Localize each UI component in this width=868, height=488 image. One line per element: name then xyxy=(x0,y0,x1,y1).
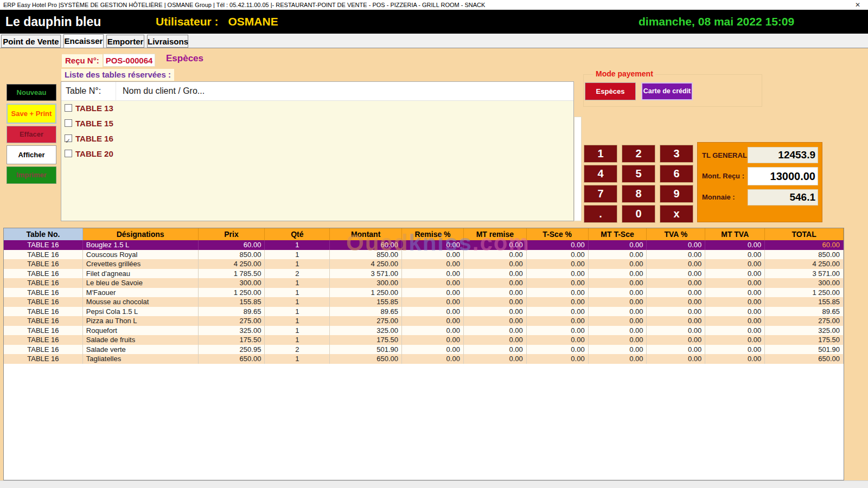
order-row[interactable]: TABLE 16M'Faouer1 250.0011 250.000.000.0… xyxy=(4,288,844,298)
cell: Le bleu de Savoie xyxy=(83,278,199,288)
column-header[interactable]: Table No. xyxy=(4,228,83,240)
close-icon[interactable]: ✕ xyxy=(855,0,860,10)
reserved-table-item[interactable]: TABLE 16 xyxy=(61,131,573,146)
cell: 89.65 xyxy=(330,307,402,317)
especes-button[interactable]: Espèces xyxy=(585,82,636,100)
cell: Pizza au Thon L xyxy=(83,316,199,326)
column-header[interactable]: Qté xyxy=(265,228,330,240)
reserved-tables-list: Table N°: Nom du client / Gro... TABLE 1… xyxy=(61,81,574,221)
amount-received-input[interactable] xyxy=(748,168,815,185)
tab-encaisser[interactable]: Encaisser xyxy=(63,34,104,48)
column-header[interactable]: TVA % xyxy=(647,228,705,240)
order-row[interactable]: TABLE 16Pizza au Thon L275.001275.000.00… xyxy=(4,316,844,326)
numpad-key-0[interactable]: 0 xyxy=(622,205,655,223)
cell: 0.00 xyxy=(527,250,589,260)
numpad-key-1[interactable]: 1 xyxy=(584,145,617,163)
cell: 1 xyxy=(265,297,330,307)
column-header[interactable]: Montant xyxy=(330,228,402,240)
cell: 0.00 xyxy=(402,354,464,364)
cell: 275.00 xyxy=(330,316,402,326)
cell: Salade verte xyxy=(83,345,199,355)
order-row[interactable]: TABLE 16Salade verte250.952501.900.000.0… xyxy=(4,345,844,355)
numpad-key-8[interactable]: 8 xyxy=(622,185,655,203)
cell: 0.00 xyxy=(527,307,589,317)
cell: 0.00 xyxy=(705,288,765,298)
order-row[interactable]: TABLE 16Pepsi Cola 1.5 L89.65189.650.000… xyxy=(4,307,844,317)
cell: 0.00 xyxy=(589,269,647,279)
cell: 0.00 xyxy=(527,278,589,288)
cell: 0.00 xyxy=(647,259,705,269)
order-row[interactable]: TABLE 16Roquefort325.001325.000.000.000.… xyxy=(4,326,844,336)
numpad-key-9[interactable]: 9 xyxy=(660,185,693,203)
reserved-table-item[interactable]: TABLE 20 xyxy=(61,146,573,162)
cell: 0.00 xyxy=(402,307,464,317)
column-header[interactable]: Prix xyxy=(199,228,265,240)
column-header[interactable]: TOTAL xyxy=(765,228,844,240)
column-header[interactable]: MT T-Sce xyxy=(589,228,647,240)
cell: 155.85 xyxy=(199,297,265,307)
cell: 4 250.00 xyxy=(330,259,402,269)
numpad-key-x[interactable]: x xyxy=(660,205,693,223)
cell: Mousse au chocolat xyxy=(83,297,199,307)
order-row[interactable]: TABLE 16Bouglez 1.5 L60.00160.000.000.00… xyxy=(4,240,844,250)
table-checkbox[interactable] xyxy=(65,119,72,127)
table-checkbox[interactable] xyxy=(65,104,72,112)
carte-credit-button[interactable]: Carte de crédit xyxy=(641,82,693,100)
cell: 850.00 xyxy=(330,250,402,260)
tab-livraisons[interactable]: Livraisons xyxy=(147,35,188,48)
column-header[interactable]: T-Sce % xyxy=(527,228,589,240)
cell: 300.00 xyxy=(765,278,844,288)
cell: 0.00 xyxy=(647,326,705,336)
effacer-button[interactable]: Effacer xyxy=(7,126,56,143)
order-row[interactable]: TABLE 16Crevettes grillées4 250.0014 250… xyxy=(4,259,844,269)
cell: 0.00 xyxy=(527,297,589,307)
reserved-table-item[interactable]: TABLE 13 xyxy=(61,101,573,116)
app-name: Le dauphin bleu xyxy=(5,10,101,34)
cell: 650.00 xyxy=(199,354,265,364)
tables-list-scrollbar[interactable] xyxy=(574,117,582,221)
order-row[interactable]: TABLE 16Le bleu de Savoie300.001300.000.… xyxy=(4,278,844,288)
column-header[interactable]: MT TVA xyxy=(705,228,765,240)
order-table-header: Table No.DésignationsPrixQtéMontantRemis… xyxy=(4,228,844,240)
numpad-key-7[interactable]: 7 xyxy=(584,185,617,203)
table-checkbox[interactable] xyxy=(65,134,72,142)
reserved-tables-title: Liste des tables réservées : xyxy=(61,69,174,81)
numpad: 123456789.0x xyxy=(584,145,693,223)
numpad-key-4[interactable]: 4 xyxy=(584,165,617,183)
cell: TABLE 16 xyxy=(4,259,83,269)
imprimer-button[interactable]: Imprimer xyxy=(7,166,56,184)
table-label: TABLE 16 xyxy=(75,134,113,143)
save-print-button[interactable]: Save + Print xyxy=(7,104,56,124)
cell: 0.00 xyxy=(464,278,527,288)
numpad-key-6[interactable]: 6 xyxy=(660,165,693,183)
cell: 0.00 xyxy=(705,345,765,355)
cell: 0.00 xyxy=(589,278,647,288)
nouveau-button[interactable]: Nouveau xyxy=(7,84,56,101)
cell: 0.00 xyxy=(589,259,647,269)
numpad-key-dot[interactable]: . xyxy=(584,205,617,223)
cell: 0.00 xyxy=(527,354,589,364)
horizontal-scrollbar[interactable] xyxy=(0,480,868,488)
column-header[interactable]: MT remise xyxy=(464,228,527,240)
numpad-key-3[interactable]: 3 xyxy=(660,145,693,163)
column-header[interactable]: Remise % xyxy=(402,228,464,240)
order-row[interactable]: TABLE 16Mousse au chocolat155.851155.850… xyxy=(4,297,844,307)
tab-emporter[interactable]: Emporter xyxy=(106,35,144,48)
cell: 0.00 xyxy=(402,288,464,298)
tab-point-de-vente[interactable]: Point de Vente xyxy=(1,35,61,48)
cell: 0.00 xyxy=(705,335,765,345)
order-row[interactable]: TABLE 16Tagliatelles650.001650.000.000.0… xyxy=(4,354,844,364)
cell: 1 xyxy=(265,354,330,364)
column-header[interactable]: Désignations xyxy=(83,228,199,240)
cell: TABLE 16 xyxy=(4,345,83,355)
table-checkbox[interactable] xyxy=(65,150,72,157)
cell: 1 xyxy=(265,307,330,317)
numpad-key-5[interactable]: 5 xyxy=(622,165,655,183)
numpad-key-2[interactable]: 2 xyxy=(622,145,655,163)
order-row[interactable]: TABLE 16Salade de fruits175.501175.500.0… xyxy=(4,335,844,345)
reserved-table-item[interactable]: TABLE 15 xyxy=(61,116,573,131)
afficher-button[interactable]: Afficher xyxy=(7,145,56,164)
order-row[interactable]: TABLE 16Couscous Royal850.001850.000.000… xyxy=(4,250,844,260)
cell: 1 xyxy=(265,335,330,345)
order-row[interactable]: TABLE 16Filet d'agneau1 785.5023 571.000… xyxy=(4,269,844,279)
